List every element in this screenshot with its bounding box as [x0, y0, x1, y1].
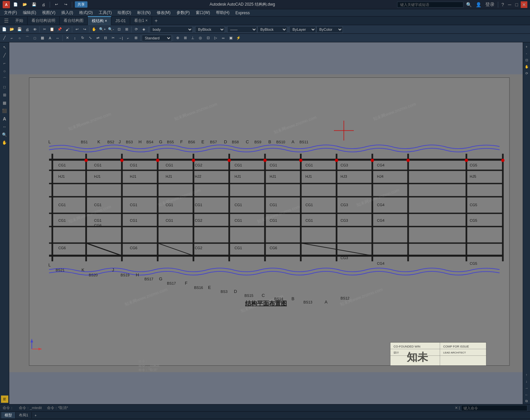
user-btn[interactable]: 👤 [474, 2, 483, 7]
tb-paste[interactable]: 📌 [56, 26, 63, 33]
layer-select[interactable]: body [150, 26, 193, 33]
tb-trans[interactable]: ▣ [227, 34, 235, 42]
menu-param[interactable]: 参数(P) [174, 9, 192, 16]
login-text[interactable]: 登录 [484, 2, 496, 8]
undo-btn[interactable]: ↩ [53, 1, 60, 8]
rt-orbit[interactable]: ⟳ [524, 70, 530, 76]
tb-track[interactable]: ⊡ [204, 34, 212, 42]
open-btn[interactable]: 📂 [21, 1, 28, 8]
tb-trim[interactable]: ✂ [109, 34, 117, 42]
minimize-btn[interactable]: ─ [507, 2, 513, 7]
tb-match[interactable]: 🖌 [64, 26, 71, 33]
tb-new[interactable]: 📄 [1, 26, 8, 33]
tb-osnap[interactable]: ⊕ [174, 34, 181, 42]
tb-zoom-ext[interactable]: ⊡ [115, 26, 123, 33]
tab-start[interactable]: 开始 [11, 17, 27, 25]
tb-plot[interactable]: 🖨 [24, 26, 31, 33]
menu-view[interactable]: 视图(V) [39, 9, 58, 16]
rt-zoom-ext2[interactable]: ⊡ [524, 57, 530, 63]
rt-nav1[interactable]: ↑ [524, 372, 530, 378]
maximize-btn[interactable]: □ [514, 2, 519, 7]
tab-mould[interactable]: 模结构 × [88, 16, 111, 25]
tb-lineweight[interactable]: ═ [220, 34, 227, 42]
tb-pan[interactable]: ✋ [90, 26, 98, 33]
lt-line[interactable]: ╱ [1, 52, 8, 59]
tb-redo2[interactable]: ↪ [81, 26, 88, 33]
menu-format[interactable]: 格式(O) [77, 9, 95, 16]
tb-arc[interactable]: ⌒ [24, 34, 31, 42]
tb-dynin[interactable]: ▷ [212, 34, 219, 42]
rt-viewcube[interactable]: ⧉ [524, 398, 530, 404]
color-select-2[interactable]: ByBlock [257, 26, 287, 33]
command-input[interactable] [461, 405, 527, 411]
tab-desc[interactable]: 看台结构说明 [27, 17, 60, 25]
menu-express[interactable]: Express [233, 10, 252, 16]
lt-hatch[interactable]: ▦ [1, 99, 8, 107]
tb-3drotate[interactable]: ⟳ [132, 26, 140, 33]
lt-circle[interactable]: ○ [1, 68, 8, 75]
tab-stand[interactable]: 看台1 × [130, 17, 152, 25]
bottom-tab-add[interactable]: + [32, 413, 39, 418]
print-btn[interactable]: 🖨 [40, 1, 47, 8]
menu-tools[interactable]: 工具(T) [96, 9, 114, 16]
tb-quick[interactable]: ⚡ [235, 34, 242, 42]
hamburger-menu[interactable]: ☰ [1, 18, 11, 24]
tb-zoom-all[interactable]: ⊞ [123, 26, 130, 33]
menu-file[interactable]: 文件(F) [1, 9, 20, 16]
menu-help[interactable]: 帮助(H) [213, 9, 232, 16]
tb-polar[interactable]: ◎ [197, 34, 204, 42]
tb-dim[interactable]: ↔ [54, 34, 61, 42]
search-icon-btn[interactable]: 🔍 [465, 2, 473, 7]
help-btn[interactable]: ? [500, 2, 505, 7]
rt-zoom-out[interactable]: - [524, 50, 530, 56]
tb-line[interactable]: ╱ [1, 34, 8, 42]
lt-dim[interactable]: ↔ [1, 123, 8, 130]
bottom-tab-model[interactable]: 模型 [1, 412, 16, 418]
lt-region[interactable]: ⬛ [1, 107, 8, 115]
tab-struct[interactable]: 看台结构图 [60, 17, 88, 25]
tb-hatch[interactable]: ▦ [39, 34, 46, 42]
tb-undo2[interactable]: ↩ [73, 26, 80, 33]
tab-add[interactable]: + [152, 17, 160, 25]
rt-zoom-in[interactable]: + [524, 44, 530, 50]
tb-extend[interactable]: →| [117, 34, 124, 42]
new-btn[interactable]: 📄 [12, 1, 19, 8]
tb-scale[interactable]: ⤡ [86, 34, 94, 42]
lt-pline[interactable]: ⌐ [1, 60, 8, 67]
tb-rect[interactable]: □ [31, 34, 38, 42]
lt-zoom[interactable]: 🔍 [1, 131, 8, 138]
rt-nav4[interactable]: ← [524, 392, 530, 397]
tb-zoom-win[interactable]: 🔍+ [98, 26, 107, 33]
tb-rotate[interactable]: ↻ [79, 34, 86, 42]
save-btn[interactable]: 💾 [30, 1, 38, 8]
lt-text-a[interactable]: A [1, 115, 8, 122]
bottom-tab-layout1[interactable]: 布局1 [16, 412, 32, 418]
tb-erase[interactable]: ✕ [64, 34, 71, 42]
menu-edit[interactable]: 编辑(E) [20, 9, 39, 16]
linetype-select[interactable]: —— [227, 26, 257, 33]
rt-pan2[interactable]: ✋ [524, 64, 530, 70]
tb-zoom-prev[interactable]: 🔍- [107, 26, 115, 33]
tb-preview[interactable]: 👁 [31, 26, 38, 33]
canvas-area[interactable]: L BS1 K BS2 J BS3 H BS4 G BS5 F BS6 E BS… [9, 42, 523, 404]
lineweight-select[interactable]: ByLayer [290, 26, 316, 33]
lt-pan[interactable]: ✋ [1, 139, 8, 146]
menu-dimension[interactable]: 标注(N) [134, 9, 153, 16]
tab-js01[interactable]: JS-01 [111, 17, 130, 24]
redo-btn[interactable]: ↪ [62, 1, 69, 8]
tb-text[interactable]: A [46, 34, 54, 42]
tb-copy[interactable]: 📋 [48, 26, 56, 33]
menu-draw[interactable]: 绘图(D) [115, 9, 134, 16]
rt-nav2[interactable]: ↓ [524, 378, 530, 384]
tb-render[interactable]: ◈ [140, 26, 147, 33]
tb-offset[interactable]: ⊟ [102, 34, 109, 42]
tb-move[interactable]: ↕ [71, 34, 79, 42]
tb-pline[interactable]: ⌐ [8, 34, 16, 42]
tb-circle[interactable]: ○ [16, 34, 23, 42]
lt-arc[interactable]: ⌒ [1, 75, 8, 83]
menu-insert[interactable]: 插入(I) [59, 9, 76, 16]
tb-save2[interactable]: 💾 [16, 26, 23, 33]
tb-fillet[interactable]: ⌐ [125, 34, 132, 42]
search-input[interactable] [397, 2, 463, 8]
menu-window[interactable]: 窗口(W) [193, 9, 213, 16]
